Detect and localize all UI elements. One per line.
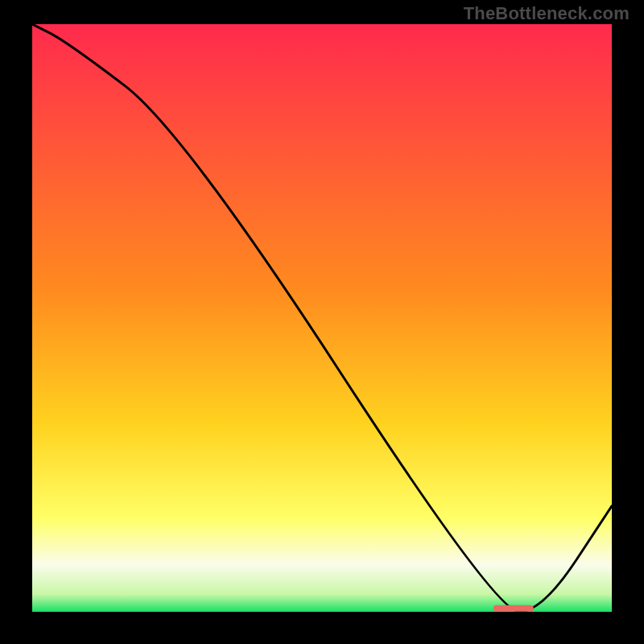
chart-frame: TheBottleneck.com xyxy=(0,0,644,644)
chart-svg xyxy=(32,24,612,612)
plot-area xyxy=(32,24,612,612)
optimal-marker xyxy=(493,605,533,612)
gradient-rect xyxy=(32,24,612,612)
watermark-label: TheBottleneck.com xyxy=(464,3,630,24)
